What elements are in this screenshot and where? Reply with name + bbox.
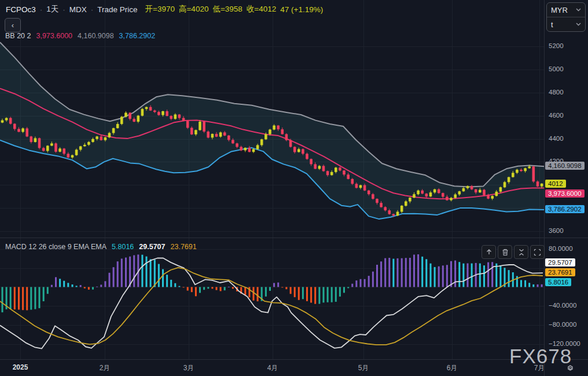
price-badge: 3,786.2902 — [545, 205, 585, 213]
unit-value: t — [551, 20, 553, 29]
macd-line-value: 29.5707 — [139, 243, 165, 251]
change-percent: 47 (+1.19%) — [280, 5, 323, 14]
macd-tick: −120.0000 — [549, 340, 580, 347]
chevron-down-icon — [576, 8, 581, 12]
trading-chart-app: FCPOc3 · 1天 · MDX · Trade Price 开=3970 高… — [0, 0, 588, 376]
price-badge: 4012 — [545, 180, 566, 188]
symbol-header: FCPOc3 · 1天 · MDX · Trade Price 开=3970 高… — [6, 4, 323, 14]
interval[interactable]: 1天 — [46, 4, 58, 14]
back-button[interactable]: ‹ — [5, 18, 21, 32]
move-pane-up-button[interactable] — [482, 245, 496, 259]
trash-icon — [502, 249, 509, 256]
macd-badge: 23.7691 — [545, 268, 575, 276]
time-tick: 7月 — [534, 363, 545, 373]
separator-dot: · — [63, 5, 65, 14]
time-axis[interactable]: 20252月3月4月5月6月7月 — [0, 360, 588, 376]
gear-icon — [565, 363, 575, 373]
macd-badge: 29.5707 — [545, 258, 575, 267]
macd-signal-value: 23.7691 — [171, 243, 197, 251]
time-tick: 6月 — [447, 363, 458, 373]
price-tick: 3600 — [549, 227, 564, 234]
bollinger-bands — [0, 42, 545, 219]
arrow-up-icon — [486, 249, 493, 255]
price-tick: 5000 — [549, 65, 564, 72]
axis-settings-button[interactable] — [562, 362, 578, 374]
ohlc-high: 高=4020 — [179, 4, 208, 14]
time-tick: 2月 — [100, 363, 111, 373]
bb-title: BB 20 2 — [5, 32, 31, 40]
unit-select[interactable]: t — [547, 17, 585, 31]
time-tick: 3月 — [183, 363, 194, 373]
macd-badge: 5.8016 — [545, 278, 571, 286]
price-type: Trade Price — [97, 5, 137, 14]
macd-indicator-row[interactable]: MACD 12 26 close 9 EMA EMA 5.8016 29.570… — [5, 243, 197, 251]
separator-dot: · — [91, 5, 94, 14]
price-tick: 4800 — [549, 89, 564, 96]
ohlc-open: 开=3970 — [145, 4, 175, 14]
time-tick: 5月 — [358, 363, 369, 373]
price-tick: 4400 — [549, 135, 564, 142]
currency-select[interactable]: MYR — [547, 3, 585, 17]
chevron-left-icon: ‹ — [12, 21, 14, 30]
exchange: MDX — [69, 5, 87, 14]
collapse-icon — [518, 249, 525, 256]
currency-unit-selector: MYR t — [546, 2, 586, 32]
currency-value: MYR — [551, 6, 568, 14]
price-badge: 3,973.6000 — [545, 189, 585, 198]
maximize-icon — [534, 249, 541, 256]
macd-tick: 80.0000 — [549, 245, 573, 252]
collapse-pane-button[interactable] — [514, 245, 528, 259]
bb-indicator-row[interactable]: BB 20 2 3,973.6000 4,160.9098 3,786.2902 — [5, 32, 155, 40]
price-badge: 4,160.9098 — [545, 162, 585, 170]
delete-indicator-button[interactable] — [498, 245, 512, 259]
ohlc-low: 低=3958 — [212, 4, 242, 14]
maximize-pane-button[interactable] — [530, 245, 545, 259]
grid — [0, 0, 545, 359]
separator-dot: · — [40, 5, 43, 14]
price-tick: 5200 — [549, 42, 564, 49]
chevron-down-icon — [576, 23, 581, 26]
bb-mid-value: 3,973.6000 — [36, 32, 72, 40]
price-axis[interactable]: 520050004800460044004200360080.0000−40.0… — [545, 0, 588, 376]
macd-title: MACD 12 26 close 9 EMA EMA — [5, 243, 106, 251]
chart-svg — [0, 0, 588, 376]
time-tick: 4月 — [267, 363, 278, 373]
macd-hist-value: 5.8016 — [112, 243, 134, 251]
macd-tick: −40.0000 — [549, 302, 576, 309]
chart-canvas[interactable] — [0, 0, 588, 376]
time-tick: 2025 — [13, 363, 28, 371]
macd-tick: −80.0000 — [549, 321, 576, 328]
bb-upper-value: 4,160.9098 — [78, 32, 114, 40]
ohlc-close: 收=4012 — [247, 4, 276, 14]
symbol-name[interactable]: FCPOc3 — [6, 5, 36, 14]
macd-pane-toolbar — [482, 245, 545, 259]
bb-lower-value: 3,786.2902 — [119, 32, 156, 40]
price-tick: 4600 — [549, 112, 564, 119]
